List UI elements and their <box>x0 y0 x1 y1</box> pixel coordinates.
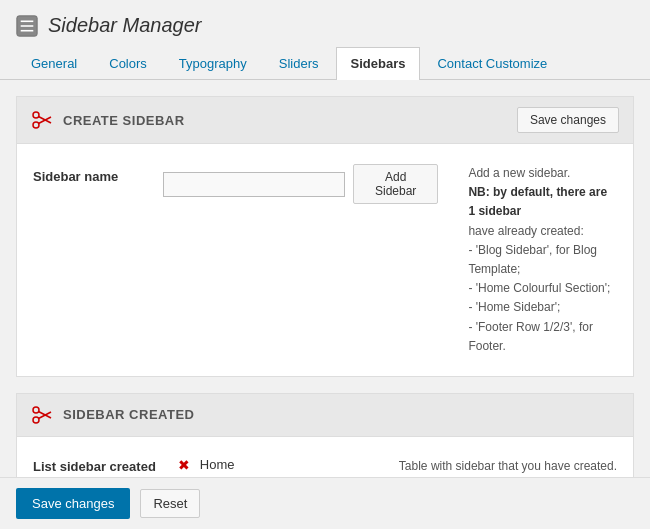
list-item: ✖ Home <box>176 457 257 473</box>
page-title: Sidebar Manager <box>48 14 201 37</box>
sidebar-created-title: SIDEBAR CREATED <box>63 407 195 422</box>
sidebar-name-input-group: Add Sidebar <box>163 164 438 204</box>
svg-point-5 <box>33 122 39 128</box>
list-sidebar-label: List sidebar created <box>33 457 156 474</box>
footer-save-button[interactable]: Save changes <box>16 488 130 519</box>
main-content: CREATE SIDEBAR Save changes Sidebar name… <box>0 80 650 529</box>
add-sidebar-button[interactable]: Add Sidebar <box>353 164 438 204</box>
sidebar-created-help: Table with sidebar that you have created… <box>399 457 617 473</box>
svg-point-8 <box>33 407 39 413</box>
sidebar-created-header: SIDEBAR CREATED <box>17 394 633 437</box>
svg-point-4 <box>33 112 39 118</box>
create-sidebar-body: Sidebar name Add Sidebar Add a new sideb… <box>17 144 633 376</box>
sidebar-name-row: Sidebar name Add Sidebar Add a new sideb… <box>33 164 617 356</box>
tab-sliders[interactable]: Sliders <box>264 47 334 79</box>
section-header-left-2: SIDEBAR CREATED <box>31 404 195 426</box>
tab-general[interactable]: General <box>16 47 92 79</box>
sidebar-name-label: Sidebar name <box>33 164 143 184</box>
footer-bar: Save changes Reset <box>0 477 650 529</box>
nav-tabs: General Colors Typography Sliders Sideba… <box>0 47 650 80</box>
tab-typography[interactable]: Typography <box>164 47 262 79</box>
sidebar-create-help: Add a new sidebar. NB: by default, there… <box>468 164 617 356</box>
remove-home-icon[interactable]: ✖ <box>176 457 192 473</box>
create-sidebar-title: CREATE SIDEBAR <box>63 113 185 128</box>
svg-point-9 <box>33 417 39 423</box>
sidebar-name-input[interactable] <box>163 172 345 197</box>
sidebar-item-home: Home <box>200 457 235 472</box>
tab-colors[interactable]: Colors <box>94 47 162 79</box>
create-sidebar-header: CREATE SIDEBAR Save changes <box>17 97 633 144</box>
section-header-left: CREATE SIDEBAR <box>31 109 185 131</box>
sidebar-manager-icon <box>16 15 38 37</box>
page-header: Sidebar Manager <box>0 0 650 47</box>
tab-contact-customize[interactable]: Contact Customize <box>422 47 562 79</box>
footer-reset-button[interactable]: Reset <box>140 489 200 518</box>
create-sidebar-save-button[interactable]: Save changes <box>517 107 619 133</box>
scissors-icon-2 <box>31 404 53 426</box>
scissors-icon <box>31 109 53 131</box>
create-sidebar-section: CREATE SIDEBAR Save changes Sidebar name… <box>16 96 634 377</box>
tab-sidebars[interactable]: Sidebars <box>336 47 421 80</box>
